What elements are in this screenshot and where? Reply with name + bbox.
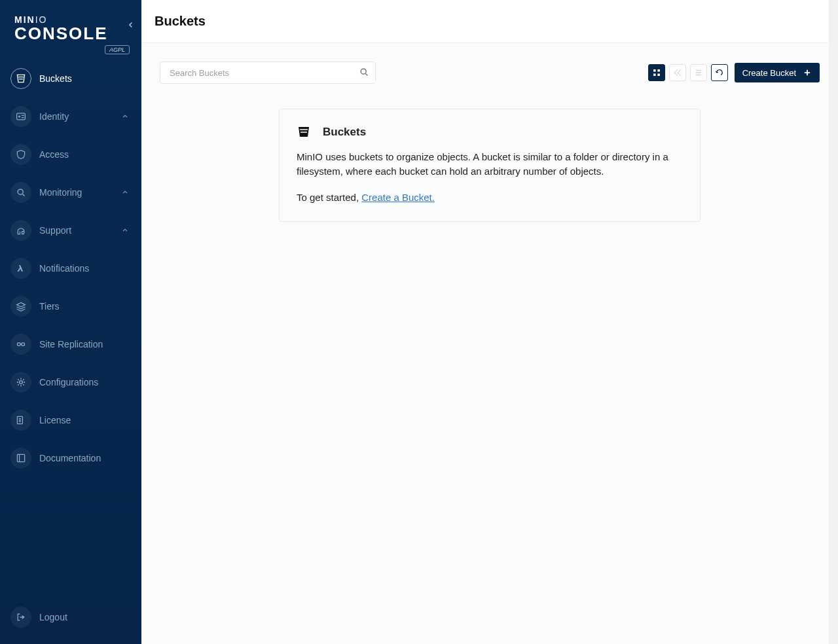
main: Buckets Create Bucket Buckets MinIO uses… [141,0,838,644]
shield-icon [10,144,31,165]
sidebar-item-license[interactable]: License [7,406,135,434]
license-badge: AGPL [105,45,130,54]
sidebar: MINIO CONSOLE AGPL BucketsIdentityAccess… [0,0,141,644]
bucket-icon [297,125,311,139]
logout-icon [10,607,31,628]
empty-state-cta: To get started, Create a Bucket. [297,190,683,205]
sidebar-item-buckets[interactable]: Buckets [7,65,135,92]
certificate-icon [10,410,31,431]
view-list-button [690,64,707,81]
search-wrap [160,62,376,84]
sidebar-item-site-rep[interactable]: Site Replication [7,331,135,358]
search-icon [359,67,369,77]
sidebar-item-label: Identity [39,111,120,122]
lambda-icon [10,258,31,279]
replication-icon [10,334,31,355]
view-grid-button[interactable] [648,64,665,81]
chevron-up-icon [120,112,130,121]
logo-product: CONSOLE [14,24,130,44]
sidebar-item-label: License [39,415,130,425]
scrollbar[interactable] [829,0,838,644]
topbar: Buckets [141,0,838,43]
list-icon [694,68,703,77]
headset-icon [10,220,31,241]
sidebar-item-label: Monitoring [39,187,120,198]
sidebar-item-label: Notifications [39,263,130,274]
page-title: Buckets [155,14,206,29]
magnifier-icon [10,182,31,203]
sidebar-item-monitoring[interactable]: Monitoring [7,179,135,206]
chevron-up-icon [120,226,130,235]
create-bucket-button[interactable]: Create Bucket [735,63,820,82]
sidebar-item-tiers[interactable]: Tiers [7,293,135,320]
plus-icon [803,68,812,77]
chevron-up-icon [120,188,130,197]
bucket-icon [10,68,31,89]
sidebar-item-label: Buckets [39,73,130,84]
search-input[interactable] [160,62,376,84]
sidebar-item-docs[interactable]: Documentation [7,444,135,472]
sidebar-item-config[interactable]: Configurations [7,368,135,396]
content: Buckets MinIO uses buckets to organize o… [141,84,838,222]
sidebar-collapse-button[interactable] [124,18,137,31]
sidebar-item-label: Documentation [39,453,130,463]
create-bucket-label: Create Bucket [742,68,796,78]
sidebar-item-access[interactable]: Access [7,141,135,168]
grid-icon [652,68,661,77]
sidebar-item-identity[interactable]: Identity [7,103,135,130]
sidebar-item-label: Access [39,149,130,160]
sidebar-item-label: Support [39,225,120,236]
id-card-icon [10,106,31,127]
sidebar-item-label: Logout [39,612,130,622]
sidebar-item-label: Tiers [39,301,130,312]
sidebar-item-logout[interactable]: Logout [7,603,135,631]
view-button-group [648,64,728,81]
logo: MINIO CONSOLE AGPL [0,0,141,61]
refresh-icon [715,68,724,77]
layers-icon [10,296,31,317]
gear-icon [10,372,31,393]
sidebar-item-support[interactable]: Support [7,217,135,244]
empty-state-card: Buckets MinIO uses buckets to organize o… [279,109,701,222]
book-icon [10,448,31,469]
sidebar-item-label: Configurations [39,377,130,387]
chevron-left-icon [126,20,136,29]
view-refresh-button[interactable] [711,64,728,81]
sidebar-nav: BucketsIdentityAccessMonitoringSupportNo… [0,61,141,603]
sidebar-item-label: Site Replication [39,339,130,349]
toolbar: Create Bucket [141,43,838,84]
empty-state-title: Buckets [323,126,366,139]
rewind-icon [673,68,682,77]
empty-state-description: MinIO uses buckets to organize objects. … [297,150,683,179]
view-rewind-button [669,64,686,81]
sidebar-item-notifications[interactable]: Notifications [7,255,135,282]
create-bucket-link[interactable]: Create a Bucket. [361,192,435,203]
